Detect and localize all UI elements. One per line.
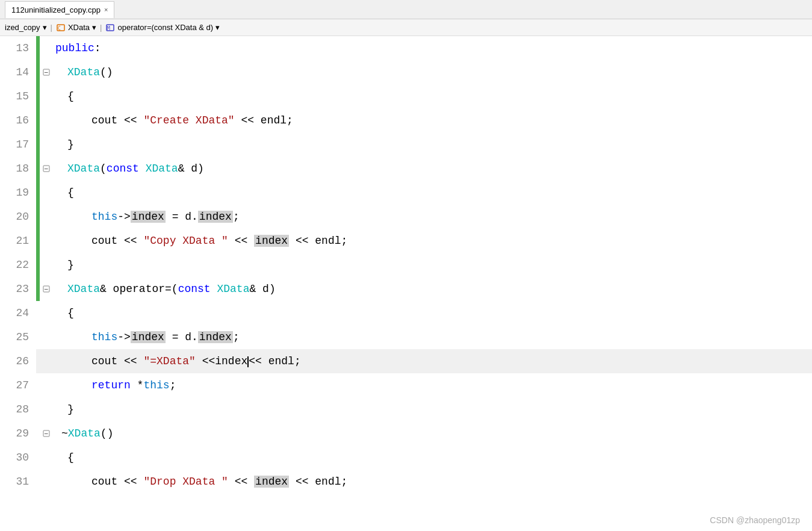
code-content-24[interactable]: { (53, 301, 812, 325)
fold-27 (40, 373, 53, 397)
code-line-13: 13 public: (0, 36, 812, 60)
line-num-31: 31 (0, 470, 36, 494)
line-num-29: 29 (0, 421, 36, 446)
code-content-22[interactable]: } (53, 253, 812, 277)
line-num-13: 13 (0, 36, 36, 60)
fold-30 (40, 446, 53, 470)
line-num-30: 30 (0, 446, 36, 470)
xdata-class-icon: C (56, 23, 66, 33)
code-line-21: 21 cout << "Copy XData " << index << end… (0, 229, 812, 253)
code-content-30[interactable]: { (53, 446, 812, 470)
code-line-28: 28 } (0, 397, 812, 421)
nav-method-name: operator=(const XData & d) (117, 23, 213, 32)
code-content-23[interactable]: XData& operator=(const XData& d) (53, 277, 812, 301)
line-num-17: 17 (0, 132, 36, 157)
code-line-25: 25 this->index = d.index; (0, 325, 812, 349)
code-line-17: 17 } (0, 132, 812, 157)
nav-file-name: ized_copy (5, 23, 40, 32)
line-num-25: 25 (0, 325, 36, 349)
code-line-16: 16 cout << "Create XData" << endl; (0, 108, 812, 132)
code-line-19: 19 { (0, 181, 812, 205)
nav-sep-1: | (51, 23, 52, 32)
file-tab[interactable]: 112uninitialized_copy.cpp × (5, 1, 114, 18)
code-content-29[interactable]: ~XData() (53, 421, 812, 446)
code-line-24: 24 { (0, 301, 812, 325)
fold-18[interactable]: − (40, 157, 53, 181)
nav-class-segment[interactable]: C XData ▾ (56, 23, 96, 33)
line-num-18: 18 (0, 157, 36, 181)
svg-text:C: C (58, 26, 61, 31)
line-num-16: 16 (0, 108, 36, 132)
line-num-23: 23 (0, 277, 36, 301)
code-content-20[interactable]: this->index = d.index; (53, 205, 812, 229)
code-line-18: 18 − XData(const XData& d) (0, 157, 812, 181)
code-content-31[interactable]: cout << "Drop XData " << index << endl; (53, 470, 812, 494)
tab-filename: 112uninitialized_copy.cpp (11, 5, 101, 14)
line-num-19: 19 (0, 181, 36, 205)
code-content-15[interactable]: { (53, 84, 812, 108)
fold-23[interactable]: − (40, 277, 53, 301)
code-line-31: 31 cout << "Drop XData " << index << end… (0, 470, 812, 494)
code-line-30: 30 { (0, 446, 812, 470)
nav-file-segment[interactable]: ized_copy ▾ (5, 23, 47, 32)
fold-15 (40, 84, 53, 108)
code-content-19[interactable]: { (53, 181, 812, 205)
code-content-14[interactable]: XData() (53, 60, 812, 84)
fold-22 (40, 253, 53, 277)
code-line-26: 26 cout << "=XData" <<index<< endl; (0, 349, 812, 373)
code-content-27[interactable]: return *this; (53, 373, 812, 397)
nav-class-dropdown[interactable]: ▾ (92, 23, 96, 32)
fold-14[interactable]: − (40, 60, 53, 84)
nav-method-segment[interactable]: M operator=(const XData & d) ▾ (105, 23, 220, 33)
fold-25 (40, 325, 53, 349)
fold-24 (40, 301, 53, 325)
nav-bar: ized_copy ▾ | C XData ▾ | M operator=(co… (0, 19, 812, 36)
svg-text:−: − (45, 165, 49, 172)
code-content-17[interactable]: } (53, 132, 812, 157)
line-num-21: 21 (0, 229, 36, 253)
line-num-28: 28 (0, 397, 36, 421)
svg-text:−: − (45, 69, 49, 76)
nav-class-name: XData (68, 23, 90, 32)
watermark: CSDN @zhaopeng01zp (710, 515, 800, 525)
fold-28 (40, 397, 53, 421)
code-line-15: 15 { (0, 84, 812, 108)
code-line-22: 22 } (0, 253, 812, 277)
line-num-27: 27 (0, 373, 36, 397)
code-content-18[interactable]: XData(const XData& d) (53, 157, 812, 181)
code-content-13[interactable]: public: (53, 36, 812, 60)
code-area: 13 public: 14 − XData() 15 { 16 cout << … (0, 36, 812, 531)
svg-text:M: M (107, 26, 110, 31)
line-num-22: 22 (0, 253, 36, 277)
fold-17 (40, 132, 53, 157)
tab-bar: 112uninitialized_copy.cpp × (0, 0, 812, 19)
code-line-23: 23 − XData& operator=(const XData& d) (0, 277, 812, 301)
line-num-14: 14 (0, 60, 36, 84)
code-line-27: 27 return *this; (0, 373, 812, 397)
tab-close-button[interactable]: × (104, 6, 108, 13)
fold-13 (40, 36, 53, 60)
fold-31 (40, 470, 53, 494)
fold-21 (40, 229, 53, 253)
code-line-20: 20 this->index = d.index; (0, 205, 812, 229)
code-content-21[interactable]: cout << "Copy XData " << index << endl; (53, 229, 812, 253)
line-num-15: 15 (0, 84, 36, 108)
fold-26 (40, 349, 53, 373)
code-content-26[interactable]: cout << "=XData" <<index<< endl; (53, 349, 812, 373)
code-content-28[interactable]: } (53, 397, 812, 421)
method-icon: M (105, 23, 115, 33)
line-num-26: 26 (0, 349, 36, 373)
code-content-25[interactable]: this->index = d.index; (53, 325, 812, 349)
code-line-14: 14 − XData() (0, 60, 812, 84)
nav-file-dropdown[interactable]: ▾ (43, 23, 47, 32)
line-num-20: 20 (0, 205, 36, 229)
svg-text:−: − (45, 285, 49, 293)
nav-method-dropdown[interactable]: ▾ (215, 23, 220, 32)
line-num-24: 24 (0, 301, 36, 325)
code-content-16[interactable]: cout << "Create XData" << endl; (53, 108, 812, 132)
nav-sep-2: | (100, 23, 102, 32)
fold-29[interactable]: − (40, 421, 53, 446)
fold-16 (40, 108, 53, 132)
fold-19 (40, 181, 53, 205)
fold-20 (40, 205, 53, 229)
